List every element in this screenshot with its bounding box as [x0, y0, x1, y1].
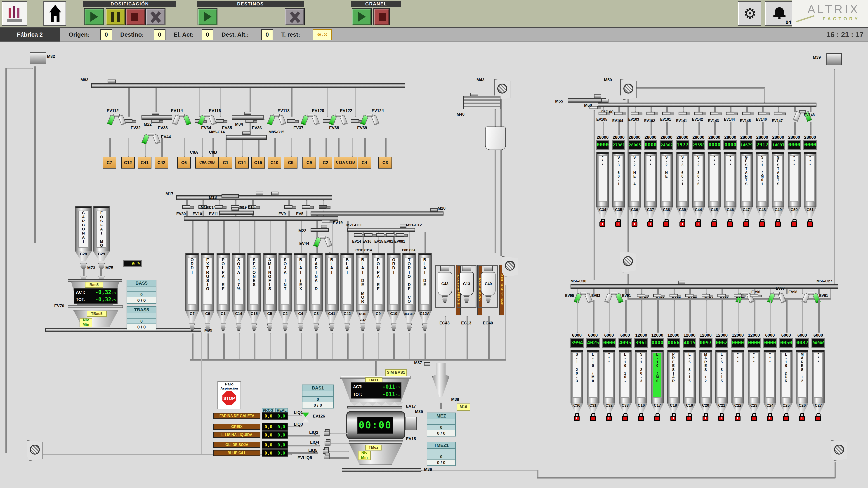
bin-c11a-c11b[interactable]: C11A C11B [334, 157, 357, 168]
valve-ev146[interactable] [758, 111, 766, 115]
granel-stop-button[interactable] [373, 8, 390, 25]
valve-ev145[interactable] [742, 111, 750, 115]
valve-ev11[interactable] [215, 205, 223, 209]
valve-icon[interactable] [702, 294, 710, 297]
valve-ev147[interactable] [774, 111, 782, 115]
conveyor[interactable] [598, 103, 816, 107]
liquid-pump-icon[interactable] [324, 441, 331, 446]
bin-c7[interactable]: C7 [103, 157, 116, 168]
lock-icon[interactable] [759, 221, 765, 227]
conveyor[interactable] [342, 468, 421, 472]
slide-gate-ev70[interactable] [68, 305, 123, 308]
valve-ev14[interactable] [354, 233, 362, 237]
bin-c3[interactable]: C3 [378, 157, 392, 168]
valve-ev102[interactable] [647, 111, 655, 115]
bin-c1[interactable]: C1 [219, 157, 232, 168]
valve-ev142[interactable] [694, 111, 703, 115]
bin-c8a-c8b[interactable]: C8A C8B [195, 157, 219, 168]
valve-ev15[interactable] [376, 233, 384, 237]
lock-icon[interactable] [727, 221, 733, 227]
bin-c10[interactable]: C10 [268, 157, 281, 168]
valve-icon[interactable] [718, 294, 726, 297]
bin-c42[interactable]: C42 [155, 157, 168, 168]
valve-ev81[interactable] [386, 233, 394, 237]
status-field-value[interactable]: 0 [100, 29, 112, 40]
valve-ev35[interactable] [216, 119, 224, 123]
lock-icon[interactable] [663, 221, 669, 227]
lock-icon[interactable] [679, 221, 685, 227]
granel-play-button[interactable] [352, 8, 372, 25]
settings-button[interactable]: ⚙ [738, 1, 761, 26]
conveyor[interactable] [311, 228, 329, 232]
valve-ev9[interactable] [284, 205, 292, 209]
lock-icon[interactable] [791, 221, 797, 227]
lock-icon[interactable] [638, 416, 644, 421]
stop-sign-icon[interactable]: STOP [222, 391, 236, 405]
status-field-value[interactable]: 0 [261, 29, 273, 40]
conveyor[interactable] [311, 212, 443, 216]
valve-ev143[interactable] [710, 111, 718, 115]
dosificación-pause-button[interactable] [106, 8, 126, 25]
bin-c14[interactable]: C14 [235, 157, 249, 168]
conveyor[interactable] [91, 83, 405, 88]
valve-ev8[interactable] [319, 205, 327, 209]
bin-c9[interactable]: C9 [303, 157, 316, 168]
dosificación-stop-button[interactable] [126, 8, 146, 25]
status-field-value[interactable]: 0 [202, 29, 213, 40]
valve-icon[interactable] [685, 294, 693, 297]
lock-icon[interactable] [775, 221, 781, 227]
status-field-value[interactable]: 0 [154, 29, 165, 40]
diverter-valve-icon[interactable] [803, 292, 819, 305]
valve-ev101[interactable] [662, 111, 671, 115]
slide-gate-ev17[interactable] [347, 406, 402, 409]
lock-icon[interactable] [751, 416, 756, 421]
valve-ev37[interactable] [287, 119, 295, 123]
lock-icon[interactable] [743, 221, 749, 227]
diverter-ev44[interactable] [143, 133, 159, 147]
lock-icon[interactable] [719, 416, 724, 421]
diverter-ev124[interactable] [362, 114, 378, 127]
liquid-pump-icon[interactable] [324, 455, 330, 459]
bin-c4[interactable]: C4 [358, 157, 371, 168]
bin-c12[interactable]: C12 [121, 157, 135, 168]
bin-c2[interactable]: C2 [319, 157, 332, 168]
diverter-ev118[interactable] [269, 114, 285, 127]
lock-icon[interactable] [815, 416, 821, 421]
valve-icon[interactable] [669, 294, 677, 297]
valve-ev081[interactable] [396, 233, 404, 237]
conveyor[interactable] [570, 284, 838, 289]
valve-ev126[interactable] [302, 413, 309, 422]
lock-icon[interactable] [686, 416, 692, 421]
valve-ev103[interactable] [630, 111, 639, 115]
diverter-valve-icon[interactable] [606, 292, 622, 305]
dosificación-play-button[interactable] [84, 8, 104, 25]
valve-ev33[interactable] [151, 119, 160, 123]
bin-c41[interactable]: C41 [138, 157, 151, 168]
conveyor[interactable] [142, 115, 172, 120]
conveyor[interactable] [568, 98, 606, 103]
valve-ev39[interactable] [351, 119, 359, 123]
conveyor[interactable] [219, 210, 254, 215]
valve-m37[interactable] [424, 362, 430, 365]
destinos-cancel-button[interactable] [285, 8, 305, 25]
diverter-ev44b[interactable] [315, 236, 331, 250]
valve-ev19[interactable] [322, 220, 330, 223]
valve-icon[interactable] [653, 294, 661, 297]
liquid-pump-icon[interactable] [324, 431, 330, 435]
conveyor[interactable] [184, 216, 338, 221]
valve-ev80[interactable] [182, 205, 190, 209]
lock-icon[interactable] [807, 221, 813, 227]
valve-icon[interactable] [637, 294, 645, 297]
conveyor[interactable] [221, 194, 239, 198]
diverter-ev116[interactable] [199, 114, 215, 127]
lock-icon[interactable] [590, 416, 596, 421]
status-field-value[interactable]: 00 : 00 [313, 29, 332, 40]
conveyor[interactable] [226, 135, 267, 140]
bin-c15[interactable]: C15 [251, 157, 265, 168]
lock-icon[interactable] [767, 416, 773, 421]
lock-icon[interactable] [606, 416, 612, 421]
bin-c6[interactable]: C6 [177, 157, 191, 168]
slide-gate-ev18[interactable] [349, 440, 403, 442]
lock-icon[interactable] [703, 416, 708, 421]
lock-icon[interactable] [616, 221, 621, 227]
